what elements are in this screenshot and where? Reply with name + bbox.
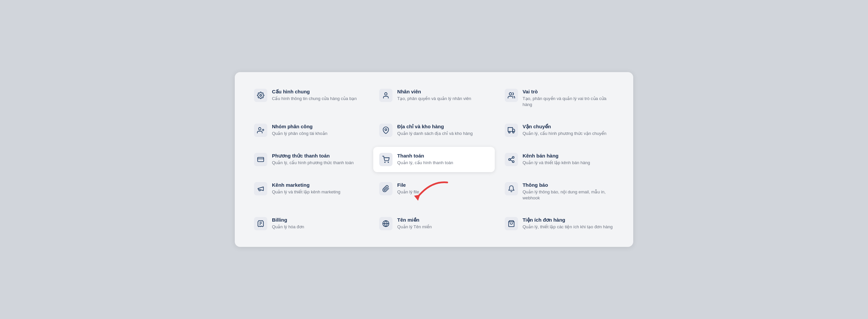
card-tien-ich-don-hang[interactable]: Tiện ích đơn hàng Quản lý, thiết lập các… [499, 211, 620, 236]
bag-icon [505, 217, 518, 230]
card-title-billing: Billing [272, 217, 304, 223]
card-text-nhom-phan-cong: Nhóm phân công Quản lý phân công tài kho… [272, 124, 328, 137]
paperclip-icon [379, 182, 393, 195]
card-desc-phuong-thuc-thanh-toan: Quản lý, cấu hình phương thức thanh toán [272, 160, 354, 166]
card-text-kenh-ban-hang: Kênh bán hàng Quản lý và thiết lập kênh … [523, 153, 590, 166]
card-kenh-ban-hang[interactable]: Kênh bán hàng Quản lý và thiết lập kênh … [499, 147, 620, 172]
card-desc-vai-tro: Tạo, phân quyền và quản lý vai trò của c… [523, 96, 614, 108]
card-desc-nhom-phan-cong: Quản lý phân công tài khoản [272, 130, 328, 137]
card-title-nhan-vien: Nhân viên [397, 89, 471, 95]
card-text-kenh-marketing: Kênh marketing Quản lý và thiết lập kênh… [272, 182, 340, 195]
card-title-cau-hinh-chung: Cấu hình chung [272, 89, 356, 95]
svg-marker-8 [513, 129, 514, 131]
card-desc-thong-bao: Quản lý thông báo, nội dung email, mẫu i… [523, 189, 614, 201]
card-text-file: File Quản lý file [397, 182, 419, 195]
card-phuong-thuc-thanh-toan[interactable]: Phương thức thanh toán Quản lý, cấu hình… [248, 147, 369, 172]
card-text-vai-tro: Vai trò Tạo, phân quyền và quản lý vai t… [523, 89, 614, 108]
card-nhom-phan-cong[interactable]: Nhóm phân công Quản lý phân công tài kho… [248, 118, 369, 143]
card-desc-dia-chi-kho-hang: Quản lý danh sách địa chỉ và kho hàng [397, 130, 472, 137]
svg-point-9 [508, 132, 510, 133]
svg-line-19 [510, 158, 513, 159]
card-text-thanh-toan: Thanh toán Quản lý, cấu hình thanh toán [397, 153, 453, 166]
card-file[interactable]: File Quản lý file [373, 176, 494, 207]
card-desc-file: Quản lý file [397, 189, 419, 195]
svg-point-10 [513, 132, 514, 133]
card-title-kenh-ban-hang: Kênh bán hàng [523, 153, 590, 159]
bell-icon [505, 182, 518, 195]
card-title-van-chuyen: Vận chuyển [523, 124, 607, 129]
svg-point-14 [388, 162, 389, 163]
svg-point-3 [259, 127, 261, 130]
svg-point-2 [509, 92, 512, 95]
card-desc-nhan-vien: Tạo, phân quyền và quản lý nhân viên [397, 96, 471, 102]
globe-icon [379, 217, 393, 230]
card-thanh-toan[interactable]: Thanh toán Quản lý, cấu hình thanh toán [373, 147, 494, 172]
card-title-nhom-phan-cong: Nhóm phân công [272, 124, 328, 129]
card-title-vai-tro: Vai trò [523, 89, 614, 95]
card-text-dia-chi-kho-hang: Địa chỉ và kho hàng Quản lý danh sách đị… [397, 124, 472, 137]
card-text-van-chuyen: Vận chuyển Quản lý, cấu hình phương thức… [523, 124, 607, 137]
card-title-phuong-thuc-thanh-toan: Phương thức thanh toán [272, 153, 354, 159]
svg-point-1 [385, 92, 387, 95]
card-nhan-vien[interactable]: Nhân viên Tạo, phân quyền và quản lý nhâ… [373, 83, 494, 114]
card-text-nhan-vien: Nhân viên Tạo, phân quyền và quản lý nhâ… [397, 89, 471, 102]
card-desc-tien-ich-don-hang: Quản lý, thiết lập các tiện ích khi tạo … [523, 224, 613, 230]
card-dia-chi-kho-hang[interactable]: Địa chỉ và kho hàng Quản lý danh sách đị… [373, 118, 494, 143]
card-desc-billing: Quản lý hóa đơn [272, 224, 304, 230]
receipt-icon [254, 217, 267, 230]
grid-wrapper: Cấu hình chung Cấu hình thông tin chung … [248, 83, 620, 237]
card-text-cau-hinh-chung: Cấu hình chung Cấu hình thông tin chung … [272, 89, 356, 102]
card-title-thanh-toan: Thanh toán [397, 153, 453, 159]
svg-rect-11 [258, 157, 264, 162]
card-title-ten-mien: Tên miền [397, 217, 432, 223]
share-icon [505, 153, 518, 166]
group-icon [254, 124, 267, 137]
card-kenh-marketing[interactable]: Kênh marketing Quản lý và thiết lập kênh… [248, 176, 369, 207]
card-text-thong-bao: Thông báo Quản lý thông báo, nội dung em… [523, 182, 614, 201]
card-text-phuong-thuc-thanh-toan: Phương thức thanh toán Quản lý, cấu hình… [272, 153, 354, 166]
card-text-billing: Billing Quản lý hóa đơn [272, 217, 304, 230]
cart-icon [379, 153, 393, 166]
card-desc-ten-mien: Quản lý Tên miền [397, 224, 432, 230]
card-vai-tro[interactable]: Vai trò Tạo, phân quyền và quản lý vai t… [499, 83, 620, 114]
settings-grid: Cấu hình chung Cấu hình thông tin chung … [248, 83, 620, 237]
svg-point-0 [260, 94, 262, 96]
card-billing[interactable]: Billing Quản lý hóa đơn [248, 211, 369, 236]
people-icon [505, 89, 518, 102]
location-icon [379, 124, 393, 137]
card-title-file: File [397, 182, 419, 188]
card-title-kenh-marketing: Kênh marketing [272, 182, 340, 188]
card-van-chuyen[interactable]: Vận chuyển Quản lý, cấu hình phương thức… [499, 118, 620, 143]
settings-container: Cấu hình chung Cấu hình thông tin chung … [235, 72, 633, 247]
settings-icon [254, 89, 267, 102]
card-text-ten-mien: Tên miền Quản lý Tên miền [397, 217, 432, 230]
megaphone-icon [254, 182, 267, 195]
card-title-tien-ich-don-hang: Tiện ích đơn hàng [523, 217, 613, 223]
card-desc-cau-hinh-chung: Cấu hình thông tin chung cửa hàng của bạ… [272, 96, 356, 102]
card-desc-kenh-ban-hang: Quản lý và thiết lập kênh bán hàng [523, 160, 590, 166]
svg-line-18 [510, 160, 513, 161]
card-ten-mien[interactable]: Tên miền Quản lý Tên miền [373, 211, 494, 236]
person-icon [379, 89, 393, 102]
card-thong-bao[interactable]: Thông báo Quản lý thông báo, nội dung em… [499, 176, 620, 207]
card-desc-van-chuyen: Quản lý, cấu hình phương thức vận chuyển [523, 130, 607, 137]
svg-point-13 [385, 162, 385, 163]
card-desc-thanh-toan: Quản lý, cấu hình thanh toán [397, 160, 453, 166]
card-text-tien-ich-don-hang: Tiện ích đơn hàng Quản lý, thiết lập các… [523, 217, 613, 230]
card-cau-hinh-chung[interactable]: Cấu hình chung Cấu hình thông tin chung … [248, 83, 369, 114]
svg-point-6 [385, 128, 387, 130]
truck-icon [505, 124, 518, 137]
svg-rect-7 [508, 127, 513, 132]
card-desc-kenh-marketing: Quản lý và thiết lập kênh marketing [272, 189, 340, 195]
payment-icon [254, 153, 267, 166]
card-title-dia-chi-kho-hang: Địa chỉ và kho hàng [397, 124, 472, 129]
card-title-thong-bao: Thông báo [523, 182, 614, 188]
